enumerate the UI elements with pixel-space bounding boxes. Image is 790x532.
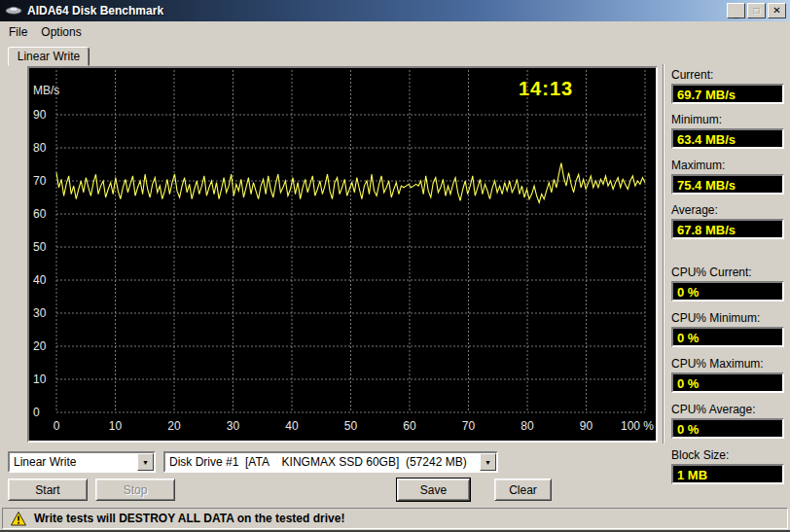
stat-block-size: Block Size: 1 MB — [671, 448, 784, 484]
close-button[interactable]: ✕ — [768, 3, 786, 18]
svg-text:40: 40 — [285, 419, 299, 433]
disk-drive-select[interactable]: Disk Drive #1 [ATA KINGMAX SSD 60GB] (57… — [163, 451, 498, 473]
stat-average: Average: 67.8 MB/s — [671, 203, 784, 239]
status-warning-text: Write tests will DESTROY ALL DATA on the… — [34, 512, 344, 525]
warning-icon — [11, 512, 26, 526]
svg-text:80: 80 — [33, 141, 47, 155]
svg-text:50: 50 — [33, 240, 47, 254]
stat-cpu-current: CPU% Current: 0 % — [671, 266, 784, 301]
stat-cpu-minimum: CPU% Minimum: 0 % — [671, 311, 784, 347]
title-bar[interactable]: AIDA64 Disk Benchmark _ □ ✕ — [0, 0, 790, 21]
svg-text:70: 70 — [462, 419, 476, 433]
stat-cpu-maximum: CPU% Maximum: 0 % — [671, 357, 784, 393]
minimize-button[interactable]: _ — [727, 3, 745, 18]
test-type-select[interactable]: Linear Write ▼ — [8, 451, 156, 473]
stat-value: 0 % — [671, 418, 784, 439]
svg-text:80: 80 — [521, 419, 534, 433]
stat-value: 69.7 MB/s — [671, 84, 784, 104]
svg-text:70: 70 — [33, 174, 47, 188]
window-controls: _ □ ✕ — [727, 3, 786, 18]
save-button[interactable]: Save — [397, 479, 470, 501]
stat-label: CPU% Maximum: — [671, 357, 784, 371]
stat-cpu-average: CPU% Average: 0 % — [671, 403, 784, 439]
menu-file[interactable]: File — [2, 23, 34, 41]
svg-text:100 %: 100 % — [621, 419, 654, 433]
clear-button[interactable]: Clear — [494, 479, 552, 501]
panel-divider — [663, 64, 664, 443]
stat-minimum: Minimum: 63.4 MB/s — [671, 113, 784, 149]
stat-value: 0 % — [671, 327, 784, 347]
stat-label: Minimum: — [671, 113, 784, 126]
tab-label: Linear Write — [18, 50, 80, 63]
stat-label: Maximum: — [671, 159, 784, 172]
stat-label: Current: — [671, 68, 784, 82]
stat-value: 63.4 MB/s — [671, 128, 784, 149]
elapsed-time-label: 14:13 — [519, 78, 573, 100]
stop-button[interactable]: Stop — [95, 479, 175, 501]
benchmark-chart: MB/s908070605040302010001020304050607080… — [27, 66, 658, 443]
svg-text:MB/s: MB/s — [33, 84, 59, 97]
svg-text:40: 40 — [33, 273, 47, 287]
svg-text:50: 50 — [344, 419, 358, 433]
stat-current: Current: 69.7 MB/s — [671, 68, 784, 104]
svg-text:60: 60 — [33, 207, 47, 221]
tab-linear-write[interactable]: Linear Write — [8, 47, 90, 66]
menu-bar: File Options — [2, 21, 788, 42]
start-button[interactable]: Start — [8, 479, 88, 501]
stat-value: 1 MB — [671, 464, 784, 484]
stat-label: CPU% Current: — [671, 266, 784, 279]
svg-text:30: 30 — [227, 419, 240, 433]
stat-label: Block Size: — [671, 448, 784, 462]
menu-options[interactable]: Options — [34, 23, 88, 41]
chevron-down-icon[interactable]: ▼ — [480, 453, 496, 471]
svg-text:20: 20 — [167, 419, 181, 433]
svg-text:10: 10 — [33, 372, 47, 386]
window-title: AIDA64 Disk Benchmark — [27, 4, 163, 18]
svg-text:60: 60 — [403, 419, 416, 433]
chart-plot: MB/s908070605040302010001020304050607080… — [29, 68, 656, 441]
svg-text:90: 90 — [580, 419, 593, 433]
status-bar: Write tests will DESTROY ALL DATA on the… — [2, 508, 788, 529]
aida64-app-icon — [5, 5, 22, 17]
stat-value: 75.4 MB/s — [671, 174, 784, 195]
chevron-down-icon[interactable]: ▼ — [137, 453, 154, 471]
disk-drive-value: Disk Drive #1 [ATA KINGMAX SSD 60GB] (57… — [165, 455, 480, 469]
aida64-disk-benchmark-window: { "window": { "title": "AIDA64 Disk Benc… — [0, 0, 790, 532]
test-type-value: Linear Write — [10, 455, 137, 469]
maximize-button[interactable]: □ — [747, 3, 766, 18]
svg-text:0: 0 — [33, 406, 40, 419]
svg-text:90: 90 — [33, 108, 47, 122]
svg-text:0: 0 — [54, 419, 60, 433]
stat-label: CPU% Average: — [671, 403, 784, 416]
stat-value: 0 % — [671, 281, 784, 301]
stat-maximum: Maximum: 75.4 MB/s — [671, 159, 784, 195]
stat-value: 67.8 MB/s — [671, 219, 784, 239]
svg-text:30: 30 — [33, 306, 47, 320]
svg-text:20: 20 — [33, 339, 47, 353]
svg-text:10: 10 — [109, 419, 123, 433]
stat-label: CPU% Minimum: — [671, 311, 784, 325]
stat-label: Average: — [671, 203, 784, 217]
stat-value: 0 % — [671, 372, 784, 393]
